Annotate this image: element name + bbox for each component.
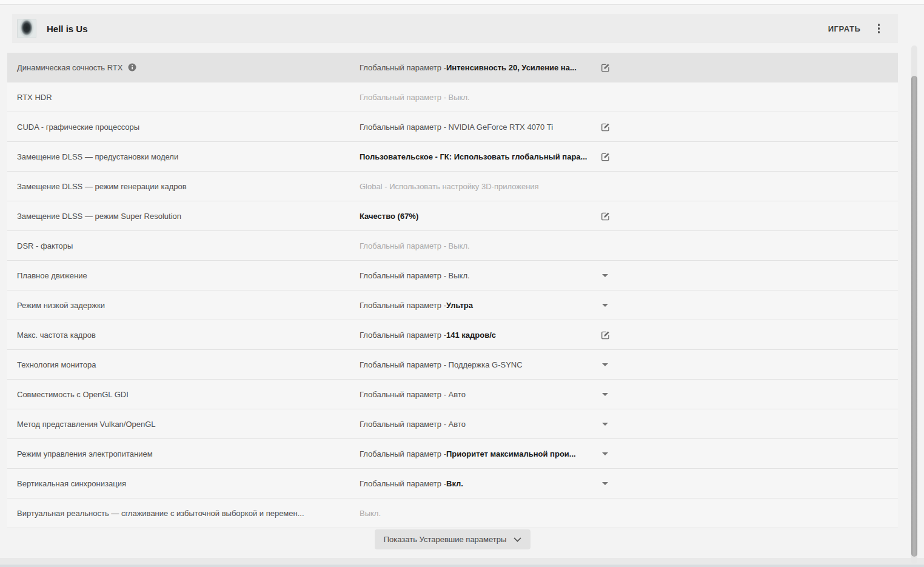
- setting-value-prefix: Глобальный параметр -: [360, 63, 446, 72]
- chevron-down-icon: [514, 537, 521, 542]
- setting-value-prefix: Глобальный параметр -: [360, 301, 446, 310]
- setting-value-strong: Интенсивность 20, Усиление на...: [446, 63, 577, 72]
- setting-label: Замещение DLSS — предустановки модели: [17, 152, 178, 161]
- scrollbar-track[interactable]: [911, 45, 917, 564]
- game-thumbnail: [17, 19, 36, 38]
- setting-row[interactable]: Макс. частота кадров Глобальный параметр…: [7, 320, 898, 350]
- play-button[interactable]: ИГРАТЬ: [828, 24, 861, 33]
- setting-row[interactable]: Плавное движение Глобальный параметр - В…: [7, 261, 898, 290]
- setting-value: Глобальный параметр - NVIDIA GeForce RTX…: [360, 112, 595, 141]
- edit-icon[interactable]: [599, 121, 612, 133]
- setting-label: Динамическая сочность RTX: [17, 63, 122, 72]
- setting-value-prefix: Глобальный параметр - Поддержка G-SYNC: [360, 360, 523, 369]
- setting-row[interactable]: Метод представления Vulkan/OpenGL Глобал…: [7, 409, 898, 439]
- setting-value-prefix: Глобальный параметр - Выкл.: [360, 271, 470, 280]
- setting-row[interactable]: Режим управления электропитанием Глобаль…: [7, 439, 898, 469]
- setting-label: Технология монитора: [17, 360, 96, 369]
- info-icon[interactable]: [128, 63, 136, 72]
- setting-value-strong: Пользовательское - ГК: Использовать глоб…: [360, 152, 587, 161]
- setting-row[interactable]: Вертикальная синхронизация Глобальный па…: [7, 469, 898, 498]
- game-header: Hell is Us ИГРАТЬ: [12, 14, 898, 43]
- setting-value-prefix: Глобальный параметр -: [360, 479, 446, 488]
- setting-row[interactable]: Динамическая сочность RTX Глобальный пар…: [7, 53, 898, 82]
- setting-value-prefix: Выкл.: [360, 509, 381, 518]
- setting-value: Глобальный параметр - Выкл.: [360, 231, 595, 260]
- setting-value-strong: Качество (67%): [360, 212, 418, 221]
- setting-row[interactable]: Замещение DLSS — режим генерации кадров …: [7, 172, 898, 201]
- chevron-down-icon[interactable]: [602, 363, 608, 366]
- setting-label: Замещение DLSS — режим Super Resolution: [17, 212, 181, 221]
- setting-value: Выкл.: [360, 498, 595, 528]
- setting-value: Глобальный параметр - Ультра: [360, 290, 595, 320]
- setting-value: Глобальный параметр - Выкл.: [360, 261, 595, 290]
- chevron-down-icon[interactable]: [602, 274, 608, 277]
- setting-label: Замещение DLSS — режим генерации кадров: [17, 182, 187, 191]
- setting-value: Global - Использовать настройку 3D-прило…: [360, 172, 595, 201]
- edit-icon[interactable]: [599, 329, 612, 341]
- setting-value-strong: Приоритет максимальной прои...: [446, 449, 576, 458]
- setting-row[interactable]: Совместимость с OpenGL GDI Глобальный па…: [7, 380, 898, 409]
- setting-row[interactable]: Режим низкой задержки Глобальный парамет…: [7, 290, 898, 320]
- setting-value-prefix: Global - Использовать настройку 3D-прило…: [360, 182, 539, 191]
- setting-label: Режим управления электропитанием: [17, 449, 153, 458]
- setting-value-strong: Вкл.: [446, 479, 463, 488]
- setting-row[interactable]: Виртуальная реальность — сглаживание с и…: [7, 498, 898, 528]
- setting-value: Качество (67%): [360, 201, 595, 230]
- setting-value: Глобальный параметр - Вкл.: [360, 469, 595, 498]
- setting-row[interactable]: Замещение DLSS — режим Super Resolution …: [7, 201, 898, 231]
- edit-icon[interactable]: [599, 61, 612, 74]
- top-divider: [0, 0, 924, 5]
- setting-value-prefix: Глобальный параметр - Выкл.: [360, 241, 470, 250]
- chevron-down-icon[interactable]: [602, 393, 608, 396]
- setting-value: Глобальный параметр - Авто: [360, 380, 595, 409]
- setting-label: Совместимость с OpenGL GDI: [17, 390, 129, 399]
- setting-value-prefix: Глобальный параметр - NVIDIA GeForce RTX…: [360, 122, 553, 132]
- setting-row[interactable]: Технология монитора Глобальный параметр …: [7, 350, 898, 380]
- setting-value-prefix: Глобальный параметр - Авто: [360, 420, 466, 429]
- setting-label: Макс. частота кадров: [17, 330, 96, 340]
- setting-label: Режим низкой задержки: [17, 301, 105, 310]
- setting-value-prefix: Глобальный параметр - Авто: [360, 390, 466, 399]
- setting-label: Метод представления Vulkan/OpenGL: [17, 420, 156, 429]
- setting-value: Глобальный параметр - Поддержка G-SYNC: [360, 350, 595, 379]
- setting-label: Виртуальная реальность — сглаживание с и…: [17, 509, 304, 518]
- setting-label: DSR - факторы: [17, 241, 73, 250]
- chevron-down-icon[interactable]: [602, 423, 608, 426]
- settings-list: Динамическая сочность RTX Глобальный пар…: [7, 53, 898, 528]
- setting-value: Глобальный параметр - Авто: [360, 409, 595, 438]
- chevron-down-icon[interactable]: [602, 452, 608, 455]
- show-legacy-settings-button[interactable]: Показать Устаревшие параметры: [375, 529, 531, 549]
- chevron-down-icon[interactable]: [602, 304, 608, 307]
- setting-value-prefix: Глобальный параметр - Выкл.: [360, 93, 470, 102]
- game-title: Hell is Us: [47, 24, 88, 34]
- setting-value-prefix: Глобальный параметр -: [360, 330, 446, 340]
- setting-value: Глобальный параметр - Приоритет максимал…: [360, 439, 595, 468]
- setting-label: Вертикальная синхронизация: [17, 479, 126, 488]
- setting-value-prefix: Глобальный параметр -: [360, 449, 446, 458]
- setting-value: Глобальный параметр - Выкл.: [360, 82, 595, 112]
- bottom-strip: [0, 558, 924, 567]
- setting-row[interactable]: DSR - факторы Глобальный параметр - Выкл…: [7, 231, 898, 261]
- setting-row[interactable]: Замещение DLSS — предустановки модели По…: [7, 142, 898, 172]
- setting-value-strong: 141 кадров/с: [446, 330, 496, 340]
- show-legacy-settings-label: Показать Устаревшие параметры: [384, 535, 507, 544]
- setting-label: RTX HDR: [17, 93, 52, 102]
- setting-row[interactable]: CUDA - графические процессоры Глобальный…: [7, 112, 898, 142]
- setting-value-strong: Ультра: [446, 301, 473, 310]
- edit-icon[interactable]: [599, 150, 612, 163]
- setting-value: Пользовательское - ГК: Использовать глоб…: [360, 142, 595, 171]
- chevron-down-icon[interactable]: [602, 482, 608, 485]
- edit-icon[interactable]: [599, 210, 612, 223]
- setting-label: Плавное движение: [17, 271, 87, 280]
- setting-label: CUDA - графические процессоры: [17, 122, 139, 132]
- scrollbar-thumb[interactable]: [911, 76, 917, 557]
- setting-value: Глобальный параметр - Интенсивность 20, …: [360, 53, 595, 82]
- kebab-menu-icon[interactable]: [875, 21, 883, 36]
- setting-row[interactable]: RTX HDR Глобальный параметр - Выкл.: [7, 82, 898, 112]
- setting-value: Глобальный параметр - 141 кадров/с: [360, 320, 595, 349]
